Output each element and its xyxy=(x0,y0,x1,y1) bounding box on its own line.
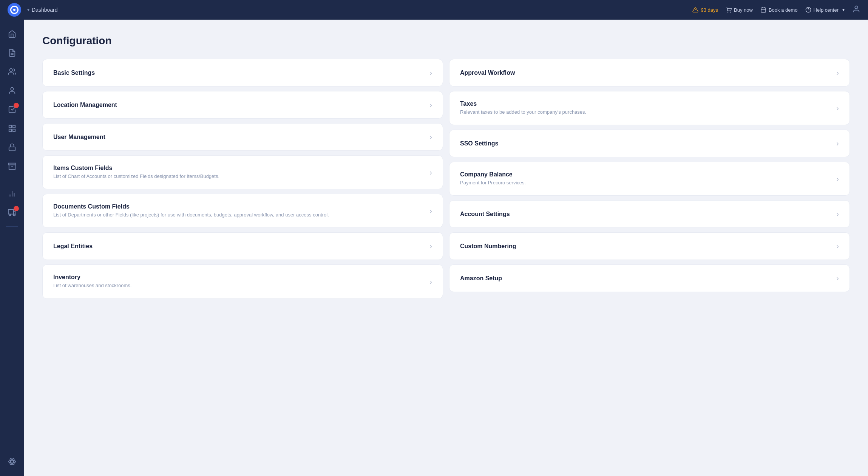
config-card-desc: List of warehouses and stockrooms. xyxy=(53,282,425,289)
svg-rect-18 xyxy=(9,129,11,131)
config-card-title: SSO Settings xyxy=(460,140,832,147)
page-title: Configuration xyxy=(42,35,850,47)
config-card-user-management[interactable]: User Management xyxy=(42,123,443,151)
svg-point-29 xyxy=(9,460,15,463)
svg-rect-19 xyxy=(9,147,15,151)
config-card-title: Amazon Setup xyxy=(460,275,832,282)
app-logo[interactable] xyxy=(8,3,21,17)
book-demo-label: Book a demo xyxy=(769,7,798,13)
config-card-desc: Relevant taxes to be added to your compa… xyxy=(460,109,832,116)
config-card-content: User Management xyxy=(53,134,425,141)
config-card-title: Taxes xyxy=(460,100,832,107)
config-card-items-custom-fields[interactable]: Items Custom Fields List of Chart of Acc… xyxy=(42,155,443,189)
config-card-location-management[interactable]: Location Management xyxy=(42,91,443,119)
contacts-icon xyxy=(8,68,16,76)
config-card-title: Custom Numbering xyxy=(460,243,832,250)
cart-icon xyxy=(726,7,732,13)
config-card-content: Documents Custom Fields List of Departme… xyxy=(53,203,425,218)
sidebar-item-truck[interactable] xyxy=(4,204,20,221)
config-card-approval-workflow[interactable]: Approval Workflow xyxy=(449,59,850,87)
buy-now-btn[interactable]: Buy now xyxy=(726,7,753,13)
config-card-title: Location Management xyxy=(53,102,425,108)
config-card-custom-numbering[interactable]: Custom Numbering xyxy=(449,232,850,260)
user-icon xyxy=(852,5,860,13)
svg-point-2 xyxy=(727,12,728,12)
config-card-company-balance[interactable]: Company Balance Payment for Precoro serv… xyxy=(449,162,850,196)
chevron-right-icon xyxy=(429,207,432,215)
home-icon xyxy=(8,30,16,38)
sidebar-item-home[interactable] xyxy=(4,26,20,42)
config-card-title: Items Custom Fields xyxy=(53,165,425,172)
chevron-right-icon xyxy=(429,100,432,109)
svg-point-10 xyxy=(855,6,857,8)
sidebar-item-lock[interactable] xyxy=(4,139,20,156)
chevron-right-icon xyxy=(429,277,432,286)
config-grid: Basic Settings Location Management User … xyxy=(42,59,850,299)
archive-icon xyxy=(8,162,16,170)
users-icon xyxy=(8,87,16,95)
sidebar-item-users[interactable] xyxy=(4,82,20,99)
config-card-content: Approval Workflow xyxy=(460,70,832,76)
chevron-right-icon xyxy=(836,68,839,77)
config-card-inventory[interactable]: Inventory List of warehouses and stockro… xyxy=(42,264,443,298)
sidebar-item-reports[interactable] xyxy=(4,185,20,202)
sidebar-divider xyxy=(6,180,18,180)
config-card-content: Items Custom Fields List of Chart of Acc… xyxy=(53,165,425,180)
book-demo-btn[interactable]: Book a demo xyxy=(760,7,798,13)
main-content: Configuration Basic Settings Location Ma… xyxy=(24,20,868,476)
config-card-legal-entities[interactable]: Legal Entities xyxy=(42,232,443,260)
lock-icon xyxy=(8,143,16,151)
svg-point-28 xyxy=(14,214,15,216)
svg-point-13 xyxy=(10,69,12,71)
calendar-icon xyxy=(760,7,766,13)
dashboard-label: Dashboard xyxy=(32,7,58,13)
sidebar-item-orders[interactable] xyxy=(4,45,20,61)
svg-rect-17 xyxy=(13,129,15,131)
config-card-title: Legal Entities xyxy=(53,243,425,250)
user-avatar-btn[interactable] xyxy=(852,5,860,15)
config-card-documents-custom-fields[interactable]: Documents Custom Fields List of Departme… xyxy=(42,194,443,228)
left-column: Basic Settings Location Management User … xyxy=(42,59,443,299)
help-chevron-icon: ▾ xyxy=(842,7,845,12)
sidebar xyxy=(0,20,24,476)
config-card-title: Approval Workflow xyxy=(460,70,832,76)
buy-now-label: Buy now xyxy=(734,7,753,13)
help-center-btn[interactable]: Help center ▾ xyxy=(805,7,845,13)
sidebar-divider-2 xyxy=(6,226,18,227)
config-card-title: Account Settings xyxy=(460,211,832,218)
trial-label: 93 days xyxy=(701,7,718,13)
config-card-title: User Management xyxy=(53,134,425,141)
topbar-actions: 93 days Buy now Book a demo Help center … xyxy=(692,5,860,15)
config-card-taxes[interactable]: Taxes Relevant taxes to be added to your… xyxy=(449,91,850,125)
topbar: ▾ Dashboard 93 days Buy now Book a demo xyxy=(0,0,868,20)
truck-badge xyxy=(14,206,19,211)
reports-icon xyxy=(8,190,16,198)
config-card-content: Inventory List of warehouses and stockro… xyxy=(53,274,425,289)
config-card-account-settings[interactable]: Account Settings xyxy=(449,200,850,228)
sidebar-item-archive[interactable] xyxy=(4,158,20,175)
config-card-title: Basic Settings xyxy=(53,70,425,76)
sidebar-item-contacts[interactable] xyxy=(4,63,20,80)
config-card-desc: List of Departments or other Fields (lik… xyxy=(53,212,425,218)
config-card-title: Company Balance xyxy=(460,171,832,178)
dashboard-nav[interactable]: ▾ Dashboard xyxy=(27,7,58,13)
svg-rect-25 xyxy=(8,210,14,214)
trial-warning[interactable]: 93 days xyxy=(692,7,718,13)
svg-rect-15 xyxy=(9,125,11,128)
sidebar-item-approvals[interactable] xyxy=(4,101,20,118)
chevron-right-icon xyxy=(836,175,839,183)
chevron-right-icon xyxy=(836,104,839,113)
sidebar-item-integration[interactable] xyxy=(4,453,20,470)
config-card-sso-settings[interactable]: SSO Settings xyxy=(449,130,850,157)
svg-point-14 xyxy=(11,88,13,90)
orders-icon xyxy=(8,49,16,57)
chevron-down-icon: ▾ xyxy=(27,7,29,12)
sidebar-item-catalog[interactable] xyxy=(4,120,20,137)
svg-rect-20 xyxy=(8,163,16,165)
chevron-right-icon xyxy=(836,210,839,218)
config-card-basic-settings[interactable]: Basic Settings xyxy=(42,59,443,87)
catalog-icon xyxy=(8,124,16,133)
config-card-amazon-setup[interactable]: Amazon Setup xyxy=(449,264,850,292)
config-card-content: Company Balance Payment for Precoro serv… xyxy=(460,171,832,186)
config-card-content: Legal Entities xyxy=(53,243,425,250)
